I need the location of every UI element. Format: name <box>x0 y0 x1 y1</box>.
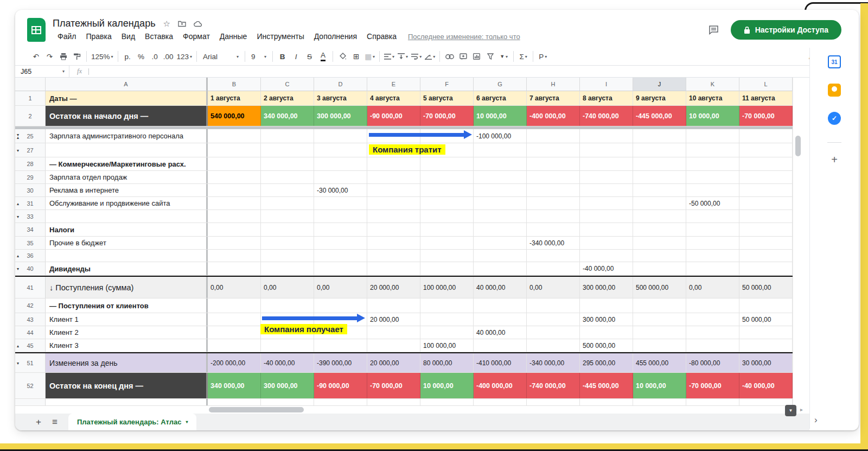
cell-label-40[interactable]: Дивиденды <box>46 262 208 275</box>
grid-cell-G30[interactable] <box>474 184 527 196</box>
grid-cell-C42[interactable] <box>261 298 314 313</box>
column-header-K[interactable]: K <box>686 78 739 91</box>
grid-cell-K1[interactable]: 10 августа <box>686 91 739 105</box>
vertical-scrollbar-thumb[interactable] <box>795 136 801 156</box>
grid-cell-H2[interactable]: -400 000,00 <box>527 106 580 126</box>
grid-cell-I28[interactable] <box>580 157 633 170</box>
cell-label-1[interactable]: Даты — <box>46 91 208 105</box>
grid-cell-H31[interactable] <box>527 197 580 209</box>
grid-cell-K36[interactable] <box>686 250 739 262</box>
grid-cell-C45[interactable] <box>261 339 314 352</box>
grid-cell-J[interactable] <box>633 399 686 405</box>
grid-cell-E51[interactable]: 20 000,00 <box>367 353 420 372</box>
grid-cell-C36[interactable] <box>261 250 314 262</box>
column-header-D[interactable]: D <box>314 78 367 91</box>
row-header-41[interactable]: 41 <box>15 277 46 298</box>
grid-cell-E36[interactable] <box>367 250 420 262</box>
grid-cell-G[interactable] <box>474 399 527 405</box>
cell-label-31[interactable]: Обслуживание и продвижение сайта <box>46 197 208 209</box>
decrease-decimals-button[interactable]: .0 <box>148 50 162 63</box>
grid-cell-I29[interactable] <box>580 171 633 183</box>
grid-cell-H30[interactable] <box>527 184 580 196</box>
grid-cell-H25[interactable] <box>527 129 580 143</box>
grid-cell-F28[interactable] <box>420 157 474 170</box>
grid-cell-E2[interactable]: -90 000,00 <box>367 106 420 126</box>
cell-label-25[interactable]: Зарплата административного персонала <box>46 129 208 143</box>
grid-cell-J52[interactable]: 10 000,00 <box>633 373 686 398</box>
grid-cell-L36[interactable] <box>739 250 793 262</box>
column-header-L[interactable]: L <box>739 78 793 91</box>
zoom-select[interactable]: 125%▾ <box>90 50 115 63</box>
grid-cell-C30[interactable] <box>261 184 314 196</box>
grid-cell-E28[interactable] <box>367 157 420 170</box>
grid-cell-C51[interactable]: -40 000,00 <box>261 353 314 372</box>
sheets-logo-icon[interactable] <box>27 18 46 42</box>
text-color-button[interactable]: A <box>316 50 330 63</box>
grid-cell-J40[interactable] <box>633 262 686 275</box>
row-group-toggle-icon[interactable]: ▾ <box>17 215 19 218</box>
grid-cell-I44[interactable] <box>580 326 633 339</box>
grid-cell-K33[interactable] <box>686 210 739 223</box>
grid-cell-E45[interactable] <box>367 339 420 352</box>
grid-cell-E44[interactable] <box>367 326 420 339</box>
column-header-F[interactable]: F <box>420 78 474 91</box>
grid-cell-I33[interactable] <box>580 210 633 223</box>
grid-cell-J28[interactable] <box>633 157 686 170</box>
column-header-J[interactable]: J <box>633 78 686 91</box>
grid-cell-D27[interactable] <box>314 143 367 157</box>
menu-item-справка[interactable]: Справка <box>362 31 401 42</box>
grid-cell-I52[interactable]: -445 000,00 <box>580 373 633 398</box>
grid-cell-C27[interactable] <box>261 143 314 157</box>
grid-cell-C52[interactable]: 300 000,00 <box>261 373 314 398</box>
grid-cell-C25[interactable] <box>261 129 314 143</box>
menu-item-данные[interactable]: Данные <box>215 31 252 42</box>
grid-cell-J35[interactable] <box>633 237 686 249</box>
grid-cell-F30[interactable] <box>420 184 474 196</box>
grid-cell-I2[interactable]: -740 000,00 <box>580 106 633 126</box>
row-header-partial[interactable] <box>15 399 46 405</box>
grid-cell-G27[interactable] <box>474 143 527 157</box>
row-group-toggle-icon[interactable]: ▴ <box>17 255 19 257</box>
row-header-42[interactable]: 42 <box>15 298 46 313</box>
grid-cell-H[interactable] <box>527 399 580 405</box>
more-formats-button[interactable]: 123▾ <box>175 50 194 63</box>
grid-cell-K43[interactable] <box>686 313 739 326</box>
grid-cell-C2[interactable]: 340 000,00 <box>261 106 314 126</box>
grid-cell-J41[interactable]: 500 000,00 <box>633 277 686 298</box>
grid-cell-I41[interactable]: 300 000,00 <box>580 277 633 298</box>
grid-cell-L1[interactable]: 11 августа <box>739 91 793 105</box>
grid-cell-H44[interactable] <box>527 326 580 339</box>
grid-cell-B1[interactable]: 1 августа <box>208 91 261 105</box>
cell-label-42[interactable]: — Поступления от клиентов <box>46 298 208 313</box>
row-group-toggle-icon[interactable]: ▾ <box>17 361 19 364</box>
grid-cell-D51[interactable]: -390 000,00 <box>314 353 367 372</box>
grid-cell-L27[interactable] <box>739 143 793 157</box>
grid-cell-F42[interactable] <box>420 298 474 313</box>
grid-cell-E35[interactable] <box>367 237 420 249</box>
undo-icon[interactable]: ↶ <box>29 50 43 63</box>
grid-cell-K51[interactable]: -80 000,00 <box>686 353 739 372</box>
grid-cell-L51[interactable]: 30 000,00 <box>739 353 793 372</box>
grid-cell-J25[interactable] <box>633 129 686 143</box>
grid-cell-B28[interactable] <box>208 157 261 170</box>
grid-cell-E[interactable] <box>367 399 420 405</box>
grid-cell-D35[interactable] <box>314 237 367 249</box>
paint-format-icon[interactable] <box>70 50 84 63</box>
grid-cell-K41[interactable]: 0,00 <box>686 277 739 298</box>
grid-cell-C[interactable] <box>261 399 314 405</box>
grid-cell-F36[interactable] <box>420 250 474 262</box>
share-button[interactable]: Настройки Доступа <box>731 20 841 40</box>
grid-cell-G43[interactable] <box>474 313 527 326</box>
grid-cell-J30[interactable] <box>633 184 686 196</box>
grid-cell-D42[interactable] <box>314 298 367 313</box>
row-header-31[interactable]: ▴31 <box>15 197 46 209</box>
grid-cell-B29[interactable] <box>208 171 261 183</box>
grid-cell-K35[interactable] <box>686 237 739 249</box>
print-icon[interactable] <box>56 50 70 63</box>
cell-label-52[interactable]: Остаток на конец дня — <box>46 373 208 398</box>
formula-input[interactable] <box>88 68 89 75</box>
grid-cell-H29[interactable] <box>527 171 580 183</box>
grid-cell-C28[interactable] <box>261 157 314 170</box>
grid-cell-I31[interactable] <box>580 197 633 209</box>
grid-cell-G25[interactable]: -100 000,00 <box>474 129 527 143</box>
